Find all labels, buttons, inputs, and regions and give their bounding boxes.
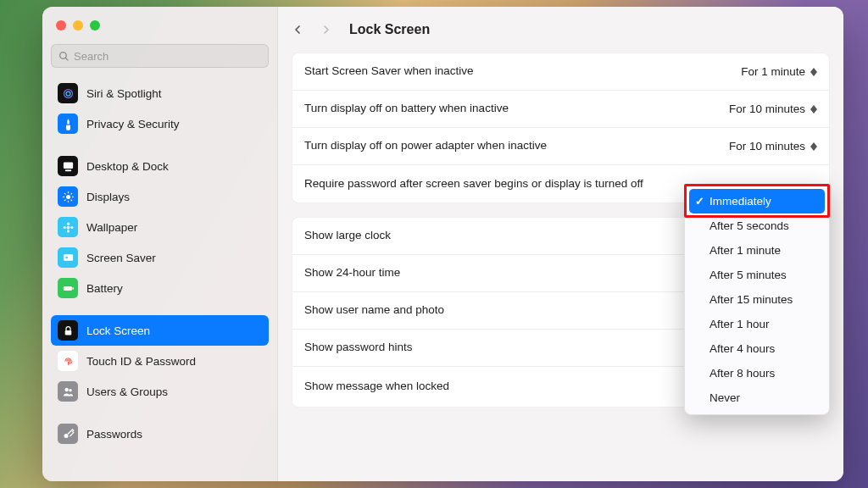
- forward-button[interactable]: [314, 17, 339, 42]
- row-display-battery: Turn display off on battery when inactiv…: [292, 91, 829, 128]
- sidebar: Siri & SpotlightPrivacy & SecurityDeskto…: [42, 7, 278, 481]
- display-power-select[interactable]: For 10 minutes: [729, 140, 817, 152]
- svg-line-11: [64, 193, 65, 194]
- svg-point-2: [64, 89, 72, 97]
- updown-icon: [810, 68, 817, 76]
- svg-line-13: [64, 199, 65, 200]
- row-label: Show message when locked: [304, 379, 449, 394]
- sidebar-item-wallpaper[interactable]: Wallpaper: [51, 212, 269, 242]
- sidebar-item-label: Lock Screen: [86, 324, 150, 337]
- sidebar-item-label: Desktop & Dock: [86, 160, 169, 173]
- row-label: Require password after screen saver begi…: [304, 176, 643, 191]
- require-password-dropdown[interactable]: ImmediatelyAfter 5 secondsAfter 1 minute…: [684, 184, 830, 415]
- svg-line-14: [70, 193, 71, 194]
- screensaver-select[interactable]: For 1 minute: [741, 65, 817, 78]
- row-display-power: Turn display off on power adapter when i…: [292, 128, 829, 165]
- sidebar-item-battery[interactable]: Battery: [51, 273, 269, 303]
- sidebar-item-label: Screen Saver: [86, 252, 156, 264]
- row-label: Turn display off on battery when inactiv…: [304, 101, 509, 116]
- svg-point-17: [66, 230, 69, 232]
- updown-icon: [810, 105, 817, 114]
- row-label: Start Screen Saver when inactive: [304, 64, 474, 79]
- sidebar-item-label: Touch ID & Password: [86, 355, 196, 368]
- sidebar-item-siri-spotlight[interactable]: Siri & Spotlight: [51, 78, 269, 108]
- search-field[interactable]: [51, 44, 269, 68]
- svg-point-21: [65, 256, 68, 258]
- content-area: Start Screen Saver when inactive For 1 m…: [278, 53, 843, 481]
- dock-icon: [58, 156, 78, 176]
- sidebar-item-users-groups[interactable]: Users & Groups: [51, 376, 269, 407]
- svg-point-25: [64, 387, 68, 391]
- sidebar-item-screen-saver[interactable]: Screen Saver: [51, 242, 269, 273]
- battery-icon: [58, 278, 78, 298]
- settings-window: Siri & SpotlightPrivacy & SecurityDeskto…: [42, 7, 843, 481]
- sidebar-item-label: Passwords: [86, 428, 142, 441]
- dropdown-option[interactable]: Immediately: [689, 189, 825, 214]
- svg-point-27: [64, 433, 68, 437]
- hand-icon: [58, 114, 78, 134]
- sidebar-item-lock-screen[interactable]: Lock Screen: [51, 315, 269, 346]
- svg-rect-23: [72, 287, 73, 290]
- users-icon: [58, 381, 78, 402]
- dropdown-option[interactable]: After 5 minutes: [689, 263, 825, 287]
- key-icon: [58, 424, 78, 444]
- dropdown-option[interactable]: After 5 seconds: [689, 214, 825, 238]
- svg-point-19: [70, 225, 73, 228]
- svg-line-12: [70, 199, 71, 200]
- sidebar-item-label: Users & Groups: [86, 385, 168, 398]
- updown-icon: [810, 142, 817, 151]
- row-label: Show user name and photo: [304, 302, 444, 318]
- dropdown-option[interactable]: After 15 minutes: [689, 287, 825, 312]
- sidebar-item-label: Displays: [86, 191, 130, 203]
- fingerprint-icon: [58, 351, 78, 371]
- svg-point-15: [66, 225, 70, 229]
- sidebar-item-desktop-dock[interactable]: Desktop & Dock: [51, 151, 269, 181]
- close-window-button[interactable]: [56, 20, 66, 30]
- row-label: Show password hints: [304, 340, 413, 355]
- sidebar-item-passwords[interactable]: Passwords: [51, 419, 269, 449]
- sidebar-item-touch-id-password[interactable]: Touch ID & Password: [51, 346, 269, 376]
- sidebar-item-displays[interactable]: Displays: [51, 181, 269, 212]
- svg-point-18: [63, 225, 65, 228]
- sun-icon: [58, 186, 78, 207]
- page-title: Lock Screen: [349, 22, 430, 37]
- svg-point-0: [60, 52, 67, 58]
- sidebar-item-label: Siri & Spotlight: [86, 87, 162, 100]
- sidebar-item-privacy-security[interactable]: Privacy & Security: [51, 108, 269, 139]
- sidebar-item-label: Privacy & Security: [86, 118, 180, 130]
- main-pane: Lock Screen Start Screen Saver when inac…: [278, 7, 843, 481]
- row-label: Turn display off on power adapter when i…: [304, 138, 547, 153]
- minimize-window-button[interactable]: [73, 20, 83, 30]
- dropdown-option[interactable]: After 8 hours: [689, 361, 825, 385]
- svg-point-3: [66, 92, 70, 96]
- svg-line-1: [65, 58, 68, 60]
- dropdown-option[interactable]: Never: [689, 385, 825, 410]
- row-label: Show large clock: [304, 228, 391, 243]
- svg-point-6: [66, 195, 70, 199]
- sidebar-item-label: Wallpaper: [86, 221, 137, 234]
- search-icon: [58, 51, 70, 62]
- back-button[interactable]: [285, 17, 310, 42]
- header: Lock Screen: [278, 7, 843, 53]
- flower-icon: [58, 217, 78, 237]
- siri-icon: [58, 83, 78, 103]
- row-label: Show 24-hour time: [304, 265, 400, 280]
- svg-rect-24: [64, 330, 71, 335]
- svg-point-26: [69, 388, 72, 391]
- svg-rect-22: [63, 286, 71, 291]
- svg-rect-5: [64, 169, 71, 171]
- row-screensaver: Start Screen Saver when inactive For 1 m…: [292, 53, 829, 91]
- section-timing: Start Screen Saver when inactive For 1 m…: [292, 53, 830, 203]
- svg-rect-4: [63, 162, 72, 169]
- display-battery-select[interactable]: For 10 minutes: [729, 103, 817, 115]
- dropdown-option[interactable]: After 4 hours: [689, 336, 825, 361]
- svg-rect-20: [63, 254, 72, 261]
- svg-point-16: [66, 222, 69, 225]
- sidebar-item-label: Battery: [86, 282, 123, 295]
- dropdown-option[interactable]: After 1 minute: [689, 238, 825, 263]
- screensaver-icon: [58, 247, 78, 268]
- maximize-window-button[interactable]: [90, 20, 100, 30]
- lock-icon: [58, 320, 78, 341]
- dropdown-option[interactable]: After 1 hour: [689, 312, 825, 336]
- search-input[interactable]: [74, 50, 261, 63]
